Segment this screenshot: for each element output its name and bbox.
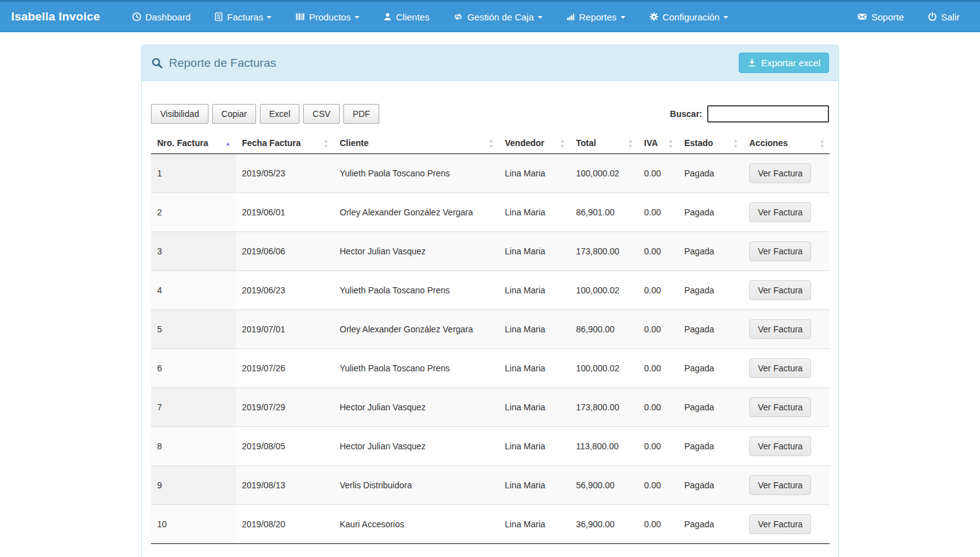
column-header-vendedor[interactable]: Vendedor [499, 132, 570, 154]
copy-button[interactable]: Copiar [212, 104, 256, 124]
chevron-down-icon [723, 16, 728, 19]
table-header: Nro. Factura Fecha Factura Cliente Vende… [151, 132, 830, 154]
csv-button[interactable]: CSV [303, 104, 340, 124]
ver-factura-button[interactable]: Ver Factura [749, 358, 811, 378]
user-icon [383, 12, 392, 22]
chevron-down-icon [355, 16, 359, 19]
search-input[interactable] [707, 105, 829, 123]
nav-label: Configuración [663, 12, 720, 22]
bar-chart-icon [566, 12, 575, 22]
nav-item-facturas[interactable]: Facturas [202, 1, 283, 33]
dashboard-icon [132, 12, 142, 22]
power-icon [927, 12, 937, 22]
table-row: 12019/05/23Yulieth Paola Toscano PrensLi… [151, 154, 830, 193]
column-header-fecha-factura[interactable]: Fecha Factura [236, 132, 333, 154]
nav-label: Dashboard [145, 12, 191, 22]
column-header-nro-factura[interactable]: Nro. Factura [151, 132, 236, 154]
nav-item-configuracion[interactable]: Configuración [637, 1, 741, 33]
cash-cycle-icon [453, 12, 463, 22]
ver-factura-button[interactable]: Ver Factura [749, 280, 811, 300]
invoice-list-icon [214, 12, 223, 22]
barcode-icon [295, 12, 305, 22]
nav-label: Clientes [396, 12, 429, 22]
chevron-down-icon [538, 16, 543, 19]
nav-item-reportes[interactable]: Reportes [554, 1, 637, 33]
sort-icon [733, 137, 738, 149]
panel-header: Reporte de Facturas Exportar excel [142, 45, 838, 81]
navbar: Isabella Invoice Dashboard Facturas Prod… [0, 0, 980, 32]
table-row: 62019/07/26Yulieth Paola Toscano PrensLi… [151, 349, 830, 388]
download-icon [747, 58, 757, 67]
nav-label: Facturas [227, 12, 263, 22]
search-icon [151, 57, 163, 69]
page-title-text: Reporte de Facturas [169, 56, 276, 70]
nav-label: Reportes [579, 12, 617, 22]
ver-factura-button[interactable]: Ver Factura [749, 319, 811, 339]
ver-factura-button[interactable]: Ver Factura [749, 397, 811, 417]
column-header-iva[interactable]: IVA [638, 132, 678, 154]
chevron-down-icon [267, 16, 272, 19]
ver-factura-button[interactable]: Ver Factura [749, 475, 811, 495]
panel-body: Visibilidad Copiar Excel CSV PDF Buscar:… [142, 81, 838, 557]
nav-item-soporte[interactable]: Soporte [845, 1, 916, 33]
nav-item-gestion-caja[interactable]: Gestión de Caja [441, 1, 554, 33]
table-body: 12019/05/23Yulieth Paola Toscano PrensLi… [151, 154, 830, 544]
column-header-acciones[interactable]: Acciones [743, 132, 830, 154]
table-row: 82019/08/05Hector Julian VasquezLina Mar… [151, 427, 830, 466]
ver-factura-button[interactable]: Ver Factura [749, 163, 811, 183]
column-header-total[interactable]: Total [570, 132, 638, 154]
table-row: 92019/08/13Verlis DistribuidoraLina Mari… [151, 466, 830, 505]
nav-label: Gestión de Caja [467, 12, 534, 22]
nav-item-salir[interactable]: Salir [916, 1, 971, 33]
nav-label: Salir [941, 12, 960, 22]
table-toolbar: Visibilidad Copiar Excel CSV PDF Buscar: [151, 104, 829, 124]
ver-factura-button[interactable]: Ver Factura [749, 241, 811, 261]
chevron-down-icon [621, 16, 625, 19]
table-row: 42019/06/23Yulieth Paola Toscano PrensLi… [151, 271, 830, 310]
datatable-buttons: Visibilidad Copiar Excel CSV PDF [151, 104, 379, 124]
nav-menu: Dashboard Facturas Productos Clientes [120, 1, 741, 33]
sort-icon [668, 137, 673, 149]
gear-icon [649, 12, 659, 22]
column-header-estado[interactable]: Estado [678, 132, 743, 154]
table-row: 22019/06/01Orley Alexander González Verg… [151, 193, 830, 232]
sort-icon [324, 137, 329, 149]
table-row: 72019/07/29Hector Julian VasquezLina Mar… [151, 388, 830, 427]
sort-icon [560, 137, 565, 149]
table-row: 32019/06/06Hector Julian VasquezLina Mar… [151, 232, 830, 271]
nav-label: Soporte [871, 12, 904, 22]
nav-item-dashboard[interactable]: Dashboard [120, 1, 202, 33]
envelope-icon [857, 12, 867, 22]
excel-button[interactable]: Excel [260, 104, 299, 124]
sort-icon [628, 137, 633, 149]
ver-factura-button[interactable]: Ver Factura [749, 436, 811, 456]
nav-item-clientes[interactable]: Clientes [371, 1, 441, 33]
app-brand[interactable]: Isabella Invoice [0, 10, 111, 24]
export-excel-label: Exportar excel [761, 58, 820, 68]
search-area: Buscar: [670, 105, 829, 123]
visibility-button[interactable]: Visibilidad [151, 104, 208, 124]
invoices-table: Nro. Factura Fecha Factura Cliente Vende… [151, 132, 830, 544]
report-panel: Reporte de Facturas Exportar excel Visib… [141, 45, 839, 557]
main-content: Reporte de Facturas Exportar excel Visib… [141, 45, 839, 557]
export-excel-button[interactable]: Exportar excel [739, 53, 829, 73]
page-title: Reporte de Facturas [151, 56, 276, 70]
ver-factura-button[interactable]: Ver Factura [749, 202, 811, 222]
pdf-button[interactable]: PDF [343, 104, 379, 124]
nav-item-productos[interactable]: Productos [283, 1, 371, 33]
sort-icon [820, 137, 825, 149]
nav-label: Productos [309, 12, 351, 22]
search-label: Buscar: [670, 109, 702, 119]
column-header-cliente[interactable]: Cliente [333, 132, 499, 154]
nav-menu-right: Soporte Salir [845, 1, 971, 33]
table-row: 52019/07/01Orley Alexander González Verg… [151, 310, 830, 349]
ver-factura-button[interactable]: Ver Factura [749, 514, 811, 534]
sort-icon [489, 137, 494, 149]
table-row: 102019/08/20Kauri AccesoriosLina Maria36… [151, 505, 830, 544]
sort-asc-icon [225, 140, 231, 146]
